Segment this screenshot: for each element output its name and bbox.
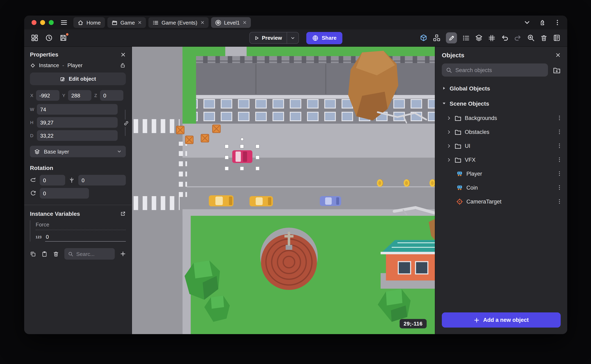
add-folder-icon[interactable] [553, 66, 561, 74]
hamburger-menu-icon[interactable] [60, 19, 68, 26]
folder-row-vfx[interactable]: VFX [435, 153, 567, 167]
group-label: Global Objects [450, 85, 490, 91]
edit-object-icon [60, 76, 66, 82]
save-icon[interactable] [60, 34, 67, 42]
crosswalk [179, 142, 187, 199]
variable-value-input[interactable] [45, 233, 126, 241]
chevron-right-icon [447, 116, 451, 120]
kebab-menu-icon[interactable] [557, 157, 562, 162]
width-input[interactable] [37, 104, 118, 115]
kebab-menu-icon[interactable] [557, 129, 562, 135]
yellow-car[interactable] [250, 196, 273, 206]
folder-icon [455, 128, 461, 135]
minimize-window-button[interactable] [40, 20, 45, 25]
chevron-down-icon[interactable] [523, 19, 531, 26]
edit-object-button[interactable]: Edit object [30, 72, 126, 85]
tab-label: Home [86, 20, 101, 26]
rotation-section-title: Rotation [24, 159, 132, 174]
redo-icon[interactable] [514, 34, 522, 42]
instance-header-row: Instance - Player [24, 61, 132, 71]
close-tab-icon[interactable] [200, 20, 204, 25]
layer-select[interactable]: Base layer [30, 146, 126, 157]
properties-panel-title: Properties [30, 51, 58, 58]
add-variable-icon[interactable] [120, 251, 126, 257]
tab-game-events[interactable]: Game (Events) [148, 17, 208, 28]
tab-game[interactable]: Game [107, 17, 146, 28]
folder-row-ui[interactable]: UI [435, 139, 567, 153]
clapperboard-icon [111, 20, 117, 26]
z-position-input[interactable] [100, 90, 123, 101]
copy-icon[interactable] [30, 251, 36, 257]
preview-options-caret[interactable] [286, 32, 298, 43]
x-position-input[interactable] [36, 90, 60, 101]
kebab-menu-icon[interactable] [557, 185, 562, 190]
variables-search-input[interactable] [76, 251, 111, 257]
zoom-in-icon[interactable] [527, 34, 535, 42]
close-objects-icon[interactable] [555, 52, 561, 58]
object-row-cameratarget[interactable]: CameraTarget [435, 195, 567, 208]
rotation-y-input[interactable] [78, 175, 126, 185]
close-tab-icon[interactable] [138, 20, 142, 25]
height-input[interactable] [37, 117, 118, 128]
depth-input[interactable] [37, 130, 118, 141]
variables-search-box [64, 248, 115, 260]
close-properties-icon[interactable] [120, 52, 126, 57]
folder-row-backgrounds[interactable]: Backgrounds [435, 111, 567, 125]
grid-icon[interactable] [488, 34, 496, 42]
tab-home[interactable]: Home [73, 17, 105, 28]
preview-button[interactable]: Preview [249, 32, 299, 44]
objects-search-input[interactable] [455, 67, 544, 73]
kebab-menu-icon[interactable] [557, 115, 562, 121]
folder-label: Obstacles [465, 129, 553, 135]
width-label: W [30, 107, 33, 112]
teal-roof-building[interactable] [380, 240, 435, 289]
search-icon [446, 67, 452, 73]
view-3d-cube-icon[interactable] [420, 34, 427, 42]
folder-label: VFX [465, 157, 553, 163]
variable-name[interactable]: Force [36, 220, 126, 230]
paste-clipboard-icon[interactable] [41, 251, 47, 257]
blue-car[interactable] [320, 196, 341, 206]
open-variables-external-icon[interactable] [120, 211, 126, 217]
instances-list-icon[interactable] [462, 34, 470, 42]
add-new-object-button[interactable]: Add a new object [442, 312, 561, 328]
extensions-puzzle-icon[interactable] [539, 19, 546, 26]
y-position-input[interactable] [68, 90, 91, 101]
yellow-car[interactable] [209, 195, 233, 206]
edit-mode-pencil-icon[interactable] [446, 32, 457, 43]
object-row-coin[interactable]: Coin [435, 181, 567, 195]
history-clock-icon[interactable] [45, 34, 53, 42]
delete-variable-icon[interactable] [53, 251, 59, 257]
triangle-collapsed-icon [442, 86, 446, 91]
tab-level1[interactable]: Level1 [211, 17, 251, 28]
rotation-z-input[interactable] [40, 188, 89, 199]
undo-icon[interactable] [501, 34, 509, 42]
kebab-menu-icon[interactable] [557, 171, 562, 176]
kebab-menu-icon[interactable] [557, 199, 562, 204]
folder-row-obstacles[interactable]: Obstacles [435, 125, 567, 139]
object-label: CameraTarget [466, 198, 553, 205]
more-menu-icon[interactable] [554, 19, 561, 26]
editor-toolbar: Preview Share [24, 29, 567, 47]
objects-group-icon[interactable] [433, 34, 441, 42]
close-tab-icon[interactable] [243, 20, 247, 25]
rotation-x-input[interactable] [40, 175, 65, 185]
delete-trash-icon[interactable] [540, 34, 548, 42]
lock-icon[interactable] [120, 62, 126, 68]
kebab-menu-icon[interactable] [557, 143, 562, 149]
global-objects-group[interactable]: Global Objects [435, 81, 567, 96]
maximize-window-button[interactable] [49, 20, 54, 25]
share-button[interactable]: Share [306, 32, 342, 44]
objects-panel-title: Objects [442, 52, 464, 58]
y-axis-label: Y [62, 93, 66, 98]
scene-notes-icon[interactable] [553, 34, 561, 42]
tower-building[interactable] [260, 228, 318, 290]
link-proportions-icon[interactable] [123, 120, 129, 127]
building-block[interactable] [196, 56, 435, 124]
scene-editor-canvas[interactable]: 29;-116 [132, 47, 435, 334]
object-row-player[interactable]: Player [435, 167, 567, 181]
close-window-button[interactable] [32, 20, 36, 25]
layout-panels-icon[interactable] [31, 34, 39, 42]
scene-objects-group[interactable]: Scene Objects [435, 96, 567, 111]
layers-icon[interactable] [475, 34, 483, 42]
